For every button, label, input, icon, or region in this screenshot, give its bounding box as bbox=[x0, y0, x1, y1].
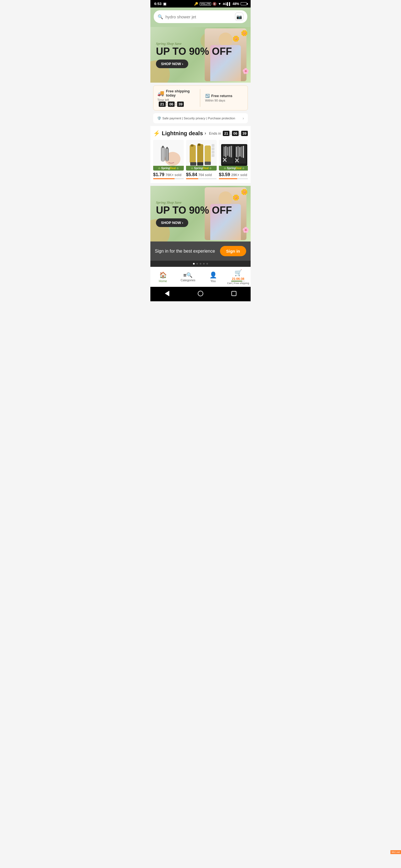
svg-rect-12 bbox=[198, 144, 200, 146]
returns-sub: Within 90 days bbox=[205, 99, 244, 102]
svg-rect-29 bbox=[236, 147, 237, 157]
svg-rect-18 bbox=[212, 154, 214, 157]
nav-item-cart[interactable]: 🛒 21:06:38 Cart | Free shipping bbox=[226, 267, 251, 287]
timer-hours: 21 bbox=[159, 101, 165, 107]
hero-banner[interactable]: Spring Shop Save UP TO 90% OFF SHOP NOW … bbox=[150, 27, 251, 83]
nav-item-categories[interactable]: ≡🔍 Categories bbox=[175, 270, 200, 284]
lightning-deals-section: ⚡ Lightning deals › Ends in 21 : 06 : 39 bbox=[150, 126, 251, 183]
battery-icon bbox=[240, 2, 247, 5]
dot-4[interactable] bbox=[203, 263, 205, 265]
product-image-3: ✿ SpringDeal ✿ bbox=[219, 140, 248, 170]
shipping-banner: 🚚 Free shipping today Time left 21 : 06 … bbox=[153, 85, 248, 111]
product-card-trimmer[interactable]: ✿ SpringDeal ✿ $1.79 76K+ sold bbox=[153, 140, 184, 179]
product-image-2: ✿ SpringDeal ✿ bbox=[186, 140, 217, 170]
free-shipping-label: Free shipping bbox=[234, 282, 249, 285]
camera-icon: 📷 bbox=[236, 14, 242, 20]
lightning-bolt-icon: ⚡ bbox=[153, 130, 160, 136]
lightning-header: ⚡ Lightning deals › Ends in 21 : 06 : 39 bbox=[153, 130, 248, 136]
second-shop-now-button[interactable]: SHOP NOW › bbox=[156, 218, 188, 227]
svg-rect-2 bbox=[162, 146, 164, 162]
charging-icon: ▣ bbox=[163, 2, 166, 6]
dot-3[interactable] bbox=[200, 263, 201, 265]
back-button[interactable] bbox=[163, 289, 171, 298]
battery-percent: 48% bbox=[232, 2, 239, 6]
flower-icon-2: 🌼 bbox=[232, 35, 239, 42]
flower-icon-4: 🌼 bbox=[241, 189, 248, 195]
manicure-svg bbox=[220, 143, 248, 168]
second-banner-content: Spring Shop Save UP TO 90% OFF SHOP NOW … bbox=[156, 200, 232, 227]
search-icon: 🔍 bbox=[157, 14, 163, 20]
leaf-icon-4: ✿ bbox=[209, 167, 212, 170]
lightning-arrow-icon: › bbox=[205, 131, 206, 136]
dot-5[interactable] bbox=[206, 263, 208, 265]
nav-item-you[interactable]: 👤 You bbox=[200, 269, 226, 285]
product-price-3: $3.59 29K+ sold bbox=[219, 172, 248, 177]
home-button[interactable] bbox=[197, 289, 204, 298]
shop-now-button[interactable]: SHOP NOW › bbox=[156, 60, 188, 68]
price-bar-fill-3 bbox=[219, 178, 237, 179]
trimmer-svg bbox=[156, 144, 181, 167]
cart-info: 21:06:38 Cart | Free shipping bbox=[227, 277, 249, 285]
price-bar-fill-2 bbox=[186, 178, 198, 179]
shield-icon: 🛡️ bbox=[157, 116, 161, 120]
security-items: 🛡️ Safe payment | Security privacy | Pur… bbox=[157, 116, 242, 120]
second-banner[interactable]: Spring Shop Save UP TO 90% OFF SHOP NOW … bbox=[150, 186, 251, 242]
svg-rect-22 bbox=[225, 146, 226, 157]
svg-rect-21 bbox=[224, 147, 225, 156]
security-text: Safe payment | Security privacy | Purcha… bbox=[162, 117, 235, 120]
home-icon: 🏠 bbox=[159, 272, 167, 279]
volte-icon: VOLLTE bbox=[200, 2, 211, 6]
ends-in: Ends in 21 : 06 : 39 bbox=[209, 131, 248, 136]
leaf-icon-2: ✿ bbox=[176, 167, 179, 170]
svg-rect-16 bbox=[212, 148, 214, 150]
shipping-timer: 21 : 06 : 39 bbox=[157, 101, 184, 107]
cart-sub-label: Cart | Free shipping bbox=[227, 282, 249, 285]
spring-deal-text-2: SpringDeal bbox=[194, 167, 209, 170]
chevron-right-icon: › bbox=[242, 116, 244, 121]
shipping-left: 🚚 Free shipping today Time left 21 : 06 … bbox=[157, 89, 200, 107]
security-bar[interactable]: 🛡️ Safe payment | Security privacy | Pur… bbox=[153, 113, 248, 123]
flower-icon: 🌼 bbox=[241, 30, 248, 36]
price-bar-2 bbox=[186, 178, 217, 179]
flower-icon-5: 🌼 bbox=[232, 194, 239, 201]
svg-rect-10 bbox=[197, 144, 203, 163]
second-banner-title: UP TO 90% OFF bbox=[156, 205, 232, 216]
status-left: 6:53 ▣ bbox=[154, 2, 166, 6]
search-box[interactable]: 🔍 📷 bbox=[154, 10, 247, 23]
product-card-manicure[interactable]: ✿ SpringDeal ✿ $3.59 29K+ sold bbox=[219, 140, 248, 179]
svg-rect-5 bbox=[166, 148, 168, 161]
svg-rect-9 bbox=[191, 145, 194, 147]
deals-timer-seconds: 39 bbox=[241, 131, 248, 136]
person-icon: 👤 bbox=[209, 272, 217, 279]
svg-rect-15 bbox=[212, 144, 214, 147]
svg-rect-11 bbox=[197, 162, 203, 165]
svg-rect-24 bbox=[229, 146, 230, 157]
leaf-icon-5: ✿ bbox=[224, 167, 226, 170]
time-display: 6:53 bbox=[154, 2, 162, 6]
svg-rect-25 bbox=[231, 146, 232, 157]
svg-rect-23 bbox=[227, 147, 228, 156]
dot-1[interactable] bbox=[193, 263, 195, 265]
timer-seconds: 39 bbox=[177, 101, 184, 107]
search-input[interactable] bbox=[165, 14, 233, 19]
svg-rect-7 bbox=[190, 145, 196, 163]
lightning-title[interactable]: ⚡ Lightning deals › bbox=[153, 130, 206, 136]
deals-sep1: : bbox=[230, 131, 231, 135]
dot-2[interactable] bbox=[196, 263, 198, 265]
product-card-clipper[interactable]: ✿ SpringDeal ✿ $5.84 704 sold bbox=[186, 140, 217, 179]
products-row: ✿ SpringDeal ✿ $1.79 76K+ sold bbox=[153, 140, 248, 180]
cart-bar-fill bbox=[231, 281, 242, 282]
nav-item-home[interactable]: 🏠 Home bbox=[150, 269, 175, 285]
signin-button[interactable]: Sign in bbox=[220, 246, 246, 256]
price-bar-1 bbox=[153, 178, 184, 179]
ends-in-label: Ends in bbox=[209, 131, 221, 135]
spring-deal-text-3: SpringDeal bbox=[227, 167, 242, 170]
mute-icon: 🔇 bbox=[212, 2, 217, 6]
camera-button[interactable]: 📷 bbox=[235, 12, 244, 21]
svg-rect-17 bbox=[212, 151, 214, 154]
recents-button[interactable] bbox=[230, 289, 238, 298]
product-image-1: ✿ SpringDeal ✿ bbox=[153, 140, 184, 170]
returns-title: ↩️ Free returns bbox=[205, 94, 244, 98]
search-container: 🔍 📷 bbox=[150, 7, 251, 27]
hero-subtitle: Spring Shop Save bbox=[156, 41, 232, 46]
